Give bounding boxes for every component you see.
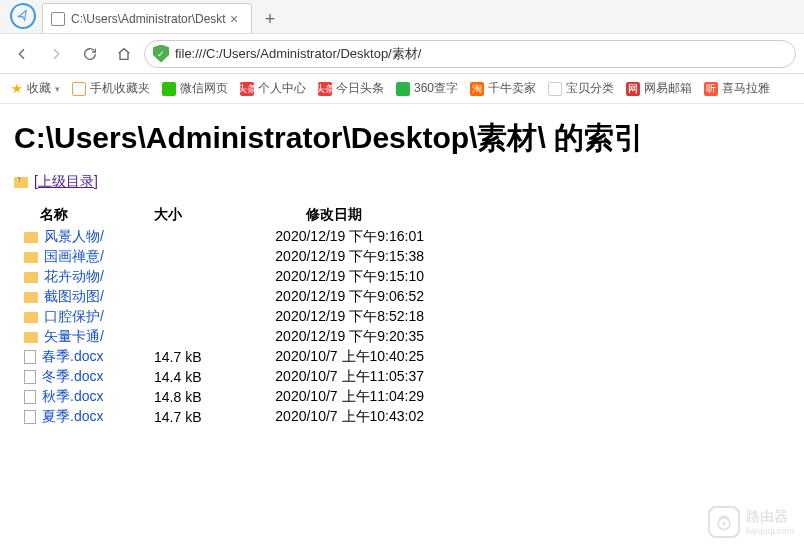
bookmark-item[interactable]: 宝贝分类: [545, 78, 617, 99]
date-cell: 2020/12/19 下午9:15:10: [234, 267, 434, 287]
bookmark-item[interactable]: 头条个人中心: [237, 78, 309, 99]
back-button[interactable]: [8, 40, 36, 68]
favorites-label: 收藏: [27, 80, 51, 97]
size-cell: [144, 267, 234, 287]
file-link[interactable]: 冬季.docx: [42, 368, 103, 386]
bookmark-label: 今日头条: [336, 80, 384, 97]
date-cell: 2020/12/19 下午8:52:18: [234, 307, 434, 327]
parent-dir-link[interactable]: [上级目录]: [34, 173, 98, 191]
shield-icon: ✓: [153, 45, 169, 63]
bookmark-label: 个人中心: [258, 80, 306, 97]
file-icon: [24, 390, 36, 404]
bookmark-item[interactable]: 淘千牛卖家: [467, 78, 539, 99]
watermark-text: 路由器: [746, 508, 788, 524]
size-cell: [144, 247, 234, 267]
date-cell: 2020/12/19 下午9:16:01: [234, 227, 434, 247]
date-cell: 2020/10/7 上午11:04:29: [234, 387, 434, 407]
bookmark-label: 网易邮箱: [644, 80, 692, 97]
table-row: 春季.docx14.7 kB2020/10/7 上午10:40:25: [14, 347, 434, 367]
watermark-icon: [708, 506, 740, 538]
chevron-down-icon: ▾: [55, 84, 60, 94]
table-row: 口腔保护/2020/12/19 下午8:52:18: [14, 307, 434, 327]
file-link[interactable]: 秋季.docx: [42, 388, 103, 406]
date-cell: 2020/10/7 上午11:05:37: [234, 367, 434, 387]
dir-link[interactable]: 口腔保护/: [44, 308, 104, 326]
file-icon: [24, 410, 36, 424]
bookmark-item[interactable]: 360查字: [393, 78, 461, 99]
date-cell: 2020/12/19 下午9:06:52: [234, 287, 434, 307]
bookmark-icon: [548, 82, 562, 96]
bookmark-item[interactable]: 听喜马拉雅: [701, 78, 773, 99]
bookmark-label: 千牛卖家: [488, 80, 536, 97]
name-cell: 矢量卡通/: [14, 327, 144, 347]
new-tab-button[interactable]: +: [256, 5, 284, 33]
home-button[interactable]: [110, 40, 138, 68]
bookmark-icon: 头条: [240, 82, 254, 96]
size-cell: [144, 287, 234, 307]
col-size[interactable]: 大小: [144, 203, 234, 227]
col-name[interactable]: 名称: [14, 203, 144, 227]
file-icon: [51, 12, 65, 26]
favorites-button[interactable]: ★ 收藏 ▾: [8, 78, 63, 99]
table-row: 截图动图/2020/12/19 下午9:06:52: [14, 287, 434, 307]
close-tab-icon[interactable]: ×: [226, 11, 242, 27]
app-logo-icon: [7, 0, 39, 32]
browser-tab[interactable]: C:\Users\Administrator\Deskt ×: [42, 3, 252, 33]
dir-link[interactable]: 花卉动物/: [44, 268, 104, 286]
bookmark-icon: [162, 82, 176, 96]
file-link[interactable]: 夏季.docx: [42, 408, 103, 426]
date-cell: 2020/10/7 上午10:43:02: [234, 407, 434, 427]
folder-icon: [24, 312, 38, 323]
size-cell: 14.4 kB: [144, 367, 234, 387]
dir-link[interactable]: 矢量卡通/: [44, 328, 104, 346]
forward-button[interactable]: [42, 40, 70, 68]
name-cell: 风景人物/: [14, 227, 144, 247]
file-icon: [24, 350, 36, 364]
folder-icon: [24, 272, 38, 283]
folder-icon: [24, 292, 38, 303]
svg-point-1: [722, 522, 725, 525]
dir-link[interactable]: 风景人物/: [44, 228, 104, 246]
folder-icon: [24, 232, 38, 243]
size-cell: 14.7 kB: [144, 407, 234, 427]
dir-link[interactable]: 国画禅意/: [44, 248, 104, 266]
bookmark-item[interactable]: 手机收藏夹: [69, 78, 153, 99]
name-cell: 花卉动物/: [14, 267, 144, 287]
table-row: 风景人物/2020/12/19 下午9:16:01: [14, 227, 434, 247]
table-row: 秋季.docx14.8 kB2020/10/7 上午11:04:29: [14, 387, 434, 407]
folder-up-icon: [14, 177, 28, 188]
table-row: 冬季.docx14.4 kB2020/10/7 上午11:05:37: [14, 367, 434, 387]
name-cell: 夏季.docx: [14, 407, 144, 427]
bookmark-item[interactable]: 网网易邮箱: [623, 78, 695, 99]
col-date[interactable]: 修改日期: [234, 203, 434, 227]
size-cell: [144, 227, 234, 247]
file-listing-table: 名称 大小 修改日期 风景人物/2020/12/19 下午9:16:01国画禅意…: [14, 203, 434, 427]
bookmark-label: 微信网页: [180, 80, 228, 97]
reload-button[interactable]: [76, 40, 104, 68]
table-row: 花卉动物/2020/12/19 下午9:15:10: [14, 267, 434, 287]
name-cell: 截图动图/: [14, 287, 144, 307]
watermark-sub: luyouqi.com: [746, 526, 794, 536]
size-cell: [144, 327, 234, 347]
bookmark-icon: 听: [704, 82, 718, 96]
dir-link[interactable]: 截图动图/: [44, 288, 104, 306]
table-row: 国画禅意/2020/12/19 下午9:15:38: [14, 247, 434, 267]
bookmark-label: 手机收藏夹: [90, 80, 150, 97]
bookmark-item[interactable]: 头条今日头条: [315, 78, 387, 99]
table-header-row: 名称 大小 修改日期: [14, 203, 434, 227]
bookmark-item[interactable]: 微信网页: [159, 78, 231, 99]
page-title: C:\Users\Administrator\Desktop\素材\ 的索引: [14, 118, 790, 159]
bookmark-icon: 头条: [318, 82, 332, 96]
file-link[interactable]: 春季.docx: [42, 348, 103, 366]
size-cell: 14.7 kB: [144, 347, 234, 367]
bookmark-icon: 淘: [470, 82, 484, 96]
tab-bar: C:\Users\Administrator\Deskt × +: [0, 0, 804, 34]
name-cell: 春季.docx: [14, 347, 144, 367]
date-cell: 2020/12/19 下午9:20:35: [234, 327, 434, 347]
file-icon: [24, 370, 36, 384]
bookmark-label: 喜马拉雅: [722, 80, 770, 97]
bookmark-icon: [72, 82, 86, 96]
url-input[interactable]: ✓ file:///C:/Users/Administrator/Desktop…: [144, 40, 796, 68]
bookmark-label: 360查字: [414, 80, 458, 97]
folder-icon: [24, 252, 38, 263]
